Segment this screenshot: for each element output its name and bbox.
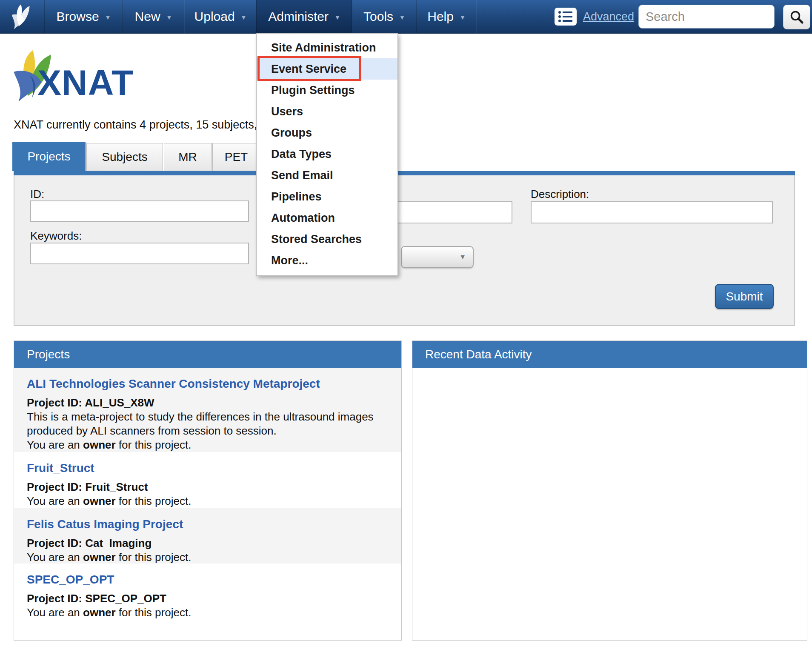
select-caret-icon: ▼ xyxy=(459,253,466,261)
panel-title: Recent Data Activity xyxy=(425,348,532,361)
description-input[interactable] xyxy=(531,201,773,223)
activity-panel-header: Recent Data Activity xyxy=(412,341,807,368)
id-input[interactable] xyxy=(30,200,249,222)
project-link[interactable]: Felis Catus Imaging Project xyxy=(27,518,389,531)
project-search-form: ID: Description: Keywords: ▼ Submit xyxy=(14,175,795,326)
projects-panel: Projects ALI Technologies Scanner Consis… xyxy=(14,340,402,641)
menu-item-plugin-settings[interactable]: Plugin Settings xyxy=(257,80,397,101)
project-owner-line: You are an owner for this project. xyxy=(27,438,389,452)
keywords-label: Keywords: xyxy=(30,229,82,243)
owner-suffix: for this project. xyxy=(116,495,192,507)
project-owner-line: You are an owner for this project. xyxy=(27,494,389,508)
projects-panel-header: Projects xyxy=(14,341,401,368)
project-list-item: SPEC_OP_OPT Project ID: SPEC_OP_OPT You … xyxy=(14,564,401,640)
menu-item-data-types[interactable]: Data Types xyxy=(257,143,397,165)
project-owner-line: You are an owner for this project. xyxy=(27,550,389,564)
project-id-line: Project ID: Fruit_Struct xyxy=(27,480,389,494)
top-navbar: Browse ▼ New ▼ Upload ▼ Administer ▼ Too… xyxy=(0,0,812,34)
submit-button[interactable]: Submit xyxy=(715,284,774,309)
owner-suffix: for this project. xyxy=(116,438,192,451)
id-label: ID: xyxy=(30,188,44,201)
owner-prefix: You are an xyxy=(27,551,83,564)
menu-item-pipelines[interactable]: Pipelines xyxy=(257,186,397,207)
tab-label: MR xyxy=(178,150,197,164)
chevron-down-icon: ▼ xyxy=(105,14,111,21)
site-status-text: XNAT currently contains 4 projects, 15 s… xyxy=(14,118,267,132)
menu-item-send-email[interactable]: Send Email xyxy=(257,165,397,186)
project-link[interactable]: Fruit_Struct xyxy=(27,461,389,475)
owner-prefix: You are an xyxy=(27,495,83,507)
search-input[interactable] xyxy=(638,5,775,29)
tab-label: Projects xyxy=(27,150,70,163)
nav-item-upload[interactable]: Upload ▼ xyxy=(184,0,257,33)
project-id-line: Project ID: Cat_Imaging xyxy=(27,536,389,550)
tab-pet[interactable]: PET xyxy=(212,143,260,171)
owner-role: owner xyxy=(83,551,116,564)
search-button[interactable] xyxy=(783,5,810,29)
nav-item-label: Administer xyxy=(268,9,329,24)
tab-projects[interactable]: Projects xyxy=(12,142,86,171)
menu-item-automation[interactable]: Automation xyxy=(257,207,397,229)
menu-item-site-administration[interactable]: Site Administration xyxy=(257,37,397,58)
project-description: This is a meta-project to study the diff… xyxy=(27,410,389,438)
nav-item-label: Help xyxy=(427,9,454,24)
tab-label: Subjects xyxy=(102,150,147,164)
tab-mr[interactable]: MR xyxy=(164,143,212,171)
nav-item-tools[interactable]: Tools ▼ xyxy=(352,0,417,33)
tab-accent-bar xyxy=(14,171,795,175)
owner-role: owner xyxy=(83,606,116,619)
xnat-logo-text: XNAT xyxy=(37,62,134,103)
owner-role: owner xyxy=(83,438,116,451)
project-id-line: Project ID: ALI_US_X8W xyxy=(27,396,389,410)
owner-prefix: You are an xyxy=(27,606,83,619)
advanced-link[interactable]: Advanced xyxy=(583,10,634,23)
menu-item-event-service[interactable]: Event Service xyxy=(257,58,397,80)
project-id-line: Project ID: SPEC_OP_OPT xyxy=(27,592,389,606)
chevron-down-icon: ▼ xyxy=(460,14,466,21)
project-list-item: ALI Technologies Scanner Consistency Met… xyxy=(14,368,401,452)
xnat-leaf-icon-white xyxy=(9,4,33,29)
project-list-item: Fruit_Struct Project ID: Fruit_Struct Yo… xyxy=(14,452,401,508)
nav-item-label: Tools xyxy=(363,9,393,24)
owner-role: owner xyxy=(83,495,116,507)
administer-dropdown-menu: Site Administration Event Service Plugin… xyxy=(256,33,398,276)
owner-suffix: for this project. xyxy=(116,551,192,564)
nav-item-browse[interactable]: Browse ▼ xyxy=(44,0,123,33)
stored-search-list-icon[interactable] xyxy=(554,7,577,26)
nav-item-label: Browse xyxy=(57,9,99,24)
owner-suffix: for this project. xyxy=(116,606,192,619)
activity-panel-body xyxy=(412,368,807,640)
nav-item-administer[interactable]: Administer ▼ xyxy=(256,0,352,33)
menu-item-groups[interactable]: Groups xyxy=(257,122,397,143)
keywords-input[interactable] xyxy=(30,243,249,264)
recent-data-activity-panel: Recent Data Activity xyxy=(412,340,807,641)
xnat-page: Browse ▼ New ▼ Upload ▼ Administer ▼ Too… xyxy=(0,0,812,658)
nav-item-new[interactable]: New ▼ xyxy=(122,0,185,33)
project-link[interactable]: ALI Technologies Scanner Consistency Met… xyxy=(27,377,389,391)
nav-item-help[interactable]: Help ▼ xyxy=(416,0,477,33)
search-icon xyxy=(789,9,804,25)
nav-item-label: New xyxy=(135,9,160,24)
menu-item-stored-searches[interactable]: Stored Searches xyxy=(257,229,397,250)
project-owner-line: You are an owner for this project. xyxy=(27,606,389,620)
project-list-item: Felis Catus Imaging Project Project ID: … xyxy=(14,508,401,564)
owner-prefix: You are an xyxy=(27,438,83,451)
description-label: Description: xyxy=(531,188,589,201)
tab-subjects[interactable]: Subjects xyxy=(86,143,163,171)
chevron-down-icon: ▼ xyxy=(241,14,247,21)
submit-label: Submit xyxy=(726,290,763,303)
chevron-down-icon: ▼ xyxy=(399,14,405,21)
project-link[interactable]: SPEC_OP_OPT xyxy=(27,573,389,586)
menu-item-more[interactable]: More... xyxy=(257,250,397,271)
filter-select[interactable]: ▼ xyxy=(401,246,474,268)
advanced-search-area: Advanced xyxy=(554,7,634,26)
chevron-down-icon: ▼ xyxy=(335,14,340,21)
chevron-down-icon: ▼ xyxy=(166,14,172,21)
tab-label: PET xyxy=(225,150,248,164)
panel-title: Projects xyxy=(27,348,70,361)
nav-item-label: Upload xyxy=(194,9,235,24)
menu-item-users[interactable]: Users xyxy=(257,101,397,122)
